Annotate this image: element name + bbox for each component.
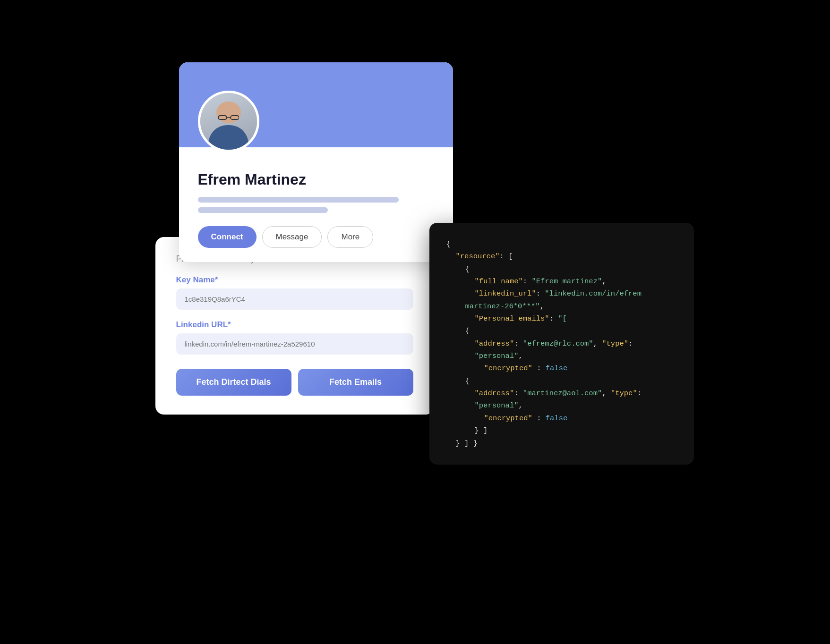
linkedin-url-input[interactable] [176,333,413,355]
json-line-1: { [446,238,677,250]
json-line-14: } ] [446,424,677,437]
json-line-11: { [446,375,677,387]
avatar [198,91,259,152]
key-name-label: Key Name* [176,275,413,285]
connect-button[interactable]: Connect [198,226,257,248]
json-line-12: "address": "martinez@aol.com", "type": "… [446,387,677,412]
more-button[interactable]: More [327,226,373,248]
profile-actions: Connect Message More [198,226,434,248]
profile-bar-2 [198,207,328,213]
form-buttons: Fetch Dirtect Dials Fetch Emails [176,369,413,396]
json-line-10: "encrypted" : false [446,362,677,374]
fetch-dials-button[interactable]: Fetch Dirtect Dials [176,369,291,396]
json-line-2: "resource": [ [446,250,677,263]
linkedin-url-label: Linkedin URL* [176,320,413,330]
message-button[interactable]: Message [262,226,322,248]
avatar-body [208,125,248,150]
profile-card-body: Efrem Martinez Connect Message More [179,147,453,262]
json-line-13: "encrypted" : false [446,412,677,424]
profile-card: Efrem Martinez Connect Message More [179,62,453,262]
json-line-6: martinez-26*0***", [446,300,677,313]
profile-card-header [179,62,453,147]
json-line-4: "full_name": "Efrem martinez", [446,275,677,288]
svg-rect-1 [231,116,239,119]
profile-name: Efrem Martinez [198,171,434,188]
json-line-7: "Personal emails": "[ [446,313,677,325]
fetch-emails-button[interactable]: Fetch Emails [298,369,413,396]
json-line-8: { [446,325,677,337]
form-card: Please enter API key and Linkedin URL Ke… [155,237,434,415]
code-panel: { "resource": [ { "full_name": "Efrem ma… [429,223,694,465]
json-line-15: } ] } [446,437,677,449]
key-name-input[interactable] [176,288,413,310]
svg-rect-0 [218,116,227,119]
glasses-icon [218,115,239,120]
json-line-3: { [446,263,677,275]
json-line-5: "linkedin_url": "linkedin.com/in/efrem [446,288,677,300]
json-line-9: "address": "efremz@rlc.com", "type": "pe… [446,338,677,363]
avatar-head [216,102,241,123]
profile-bar-1 [198,197,399,203]
